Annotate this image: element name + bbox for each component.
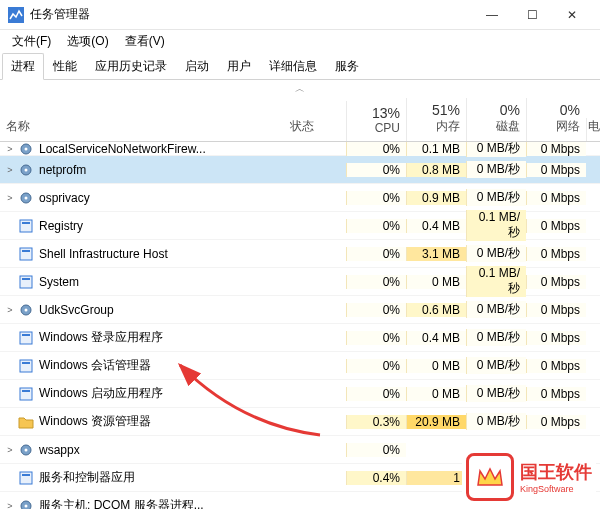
column-extra[interactable]: 电: [586, 118, 600, 141]
expand-icon[interactable]: >: [4, 144, 16, 154]
expand-icon[interactable]: >: [4, 445, 16, 455]
svg-point-14: [25, 308, 28, 311]
column-name[interactable]: 名称: [0, 118, 286, 141]
tab-processes[interactable]: 进程: [2, 53, 44, 80]
tab-services[interactable]: 服务: [326, 53, 368, 79]
table-row[interactable]: System0%0 MB0.1 MB/秒0 Mbps: [0, 268, 600, 296]
tab-details[interactable]: 详细信息: [260, 53, 326, 79]
tab-bar: 进程 性能 应用历史记录 启动 用户 详细信息 服务: [0, 54, 600, 80]
network-value: 0 Mbps: [526, 275, 586, 289]
cpu-value: 0%: [346, 247, 406, 261]
svg-point-2: [25, 147, 28, 150]
watermark: 国王软件 KingSoftware: [462, 451, 596, 503]
memory-value: 0.9 MB: [406, 191, 466, 205]
svg-rect-19: [20, 388, 32, 400]
expand-icon[interactable]: >: [4, 193, 16, 203]
tab-users[interactable]: 用户: [218, 53, 260, 79]
network-value: 0 Mbps: [526, 142, 586, 156]
disk-value: 0 MB/秒: [466, 357, 526, 374]
table-row[interactable]: Windows 会话管理器0%0 MB0 MB/秒0 Mbps: [0, 352, 600, 380]
svg-rect-10: [22, 250, 30, 252]
memory-value: 0.1 MB: [406, 142, 466, 156]
table-row[interactable]: >UdkSvcGroup0%0.6 MB0 MB/秒0 Mbps: [0, 296, 600, 324]
expand-icon[interactable]: >: [4, 305, 16, 315]
column-disk[interactable]: 0% 磁盘: [466, 98, 526, 141]
table-row[interactable]: Windows 登录应用程序0%0.4 MB0 MB/秒0 Mbps: [0, 324, 600, 352]
svg-rect-8: [22, 222, 30, 224]
crown-icon: [476, 467, 504, 487]
cpu-usage-pct: 13%: [351, 105, 400, 121]
process-name: Windows 资源管理器: [39, 413, 151, 430]
memory-value: 0.8 MB: [406, 163, 466, 177]
svg-rect-15: [20, 332, 32, 344]
disk-usage-pct: 0%: [471, 102, 520, 118]
table-row[interactable]: >netprofm0%0.8 MB0 MB/秒0 Mbps: [0, 156, 600, 184]
cpu-value: 0%: [346, 163, 406, 177]
table-row[interactable]: Registry0%0.4 MB0.1 MB/秒0 Mbps: [0, 212, 600, 240]
table-row[interactable]: Windows 资源管理器0.3%20.9 MB0 MB/秒0 Mbps: [0, 408, 600, 436]
memory-value: 0 MB: [406, 387, 466, 401]
network-value: 0 Mbps: [526, 359, 586, 373]
process-icon: [18, 246, 34, 262]
expand-icon[interactable]: >: [4, 501, 16, 510]
table-row[interactable]: Windows 启动应用程序0%0 MB0 MB/秒0 Mbps: [0, 380, 600, 408]
cpu-value: 0%: [346, 331, 406, 345]
svg-rect-7: [20, 220, 32, 232]
column-memory[interactable]: 51% 内存: [406, 98, 466, 141]
cpu-label: CPU: [351, 121, 400, 135]
table-row[interactable]: >osprivacy0%0.9 MB0 MB/秒0 Mbps: [0, 184, 600, 212]
svg-rect-23: [20, 472, 32, 484]
svg-rect-18: [22, 362, 30, 364]
tab-history[interactable]: 应用历史记录: [86, 53, 176, 79]
process-icon: [18, 414, 34, 430]
cpu-value: 0%: [346, 142, 406, 156]
process-icon: [18, 302, 34, 318]
table-row[interactable]: >LocalServiceNoNetworkFirew...0%0.1 MB0 …: [0, 142, 600, 156]
table-row[interactable]: Shell Infrastructure Host0%3.1 MB0 MB/秒0…: [0, 240, 600, 268]
disk-value: 0 MB/秒: [466, 161, 526, 178]
process-icon: [18, 386, 34, 402]
menu-view[interactable]: 查看(V): [121, 31, 169, 52]
network-value: 0 Mbps: [526, 331, 586, 345]
memory-value: 0.4 MB: [406, 331, 466, 345]
disk-value: 0 MB/秒: [466, 413, 526, 430]
cpu-value: 0%: [346, 387, 406, 401]
tab-startup[interactable]: 启动: [176, 53, 218, 79]
process-icon: [18, 358, 34, 374]
cpu-value: 0.3%: [346, 415, 406, 429]
tab-performance[interactable]: 性能: [44, 53, 86, 79]
close-button[interactable]: ✕: [552, 1, 592, 29]
cpu-value: 0.4%: [346, 471, 406, 485]
process-icon: [18, 442, 34, 458]
menu-options[interactable]: 选项(O): [63, 31, 112, 52]
process-name: Shell Infrastructure Host: [39, 247, 168, 261]
disk-value: 0 MB/秒: [466, 329, 526, 346]
watermark-logo: [466, 453, 514, 501]
memory-usage-pct: 51%: [411, 102, 460, 118]
menu-file[interactable]: 文件(F): [8, 31, 55, 52]
process-name: Windows 启动应用程序: [39, 385, 163, 402]
process-icon: [18, 498, 34, 510]
process-name: Windows 会话管理器: [39, 357, 151, 374]
disk-value: 0 MB/秒: [466, 385, 526, 402]
disk-value: 0 MB/秒: [466, 245, 526, 262]
svg-point-6: [25, 196, 28, 199]
expand-icon[interactable]: >: [4, 165, 16, 175]
network-value: 0 Mbps: [526, 191, 586, 205]
column-network[interactable]: 0% 网络: [526, 98, 586, 141]
column-status[interactable]: 状态: [286, 118, 346, 141]
network-value: 0 Mbps: [526, 163, 586, 177]
collapse-hint-icon[interactable]: ︿: [0, 80, 600, 98]
svg-rect-12: [22, 278, 30, 280]
process-name: Windows 登录应用程序: [39, 329, 163, 346]
titlebar: 任务管理器 — ☐ ✕: [0, 0, 600, 30]
process-name: 服务主机: DCOM 服务器进程...: [39, 497, 204, 509]
svg-rect-20: [22, 390, 30, 392]
maximize-button[interactable]: ☐: [512, 1, 552, 29]
process-icon: [18, 330, 34, 346]
menubar: 文件(F) 选项(O) 查看(V): [0, 30, 600, 52]
svg-rect-16: [22, 334, 30, 336]
memory-value: 0.6 MB: [406, 303, 466, 317]
minimize-button[interactable]: —: [472, 1, 512, 29]
column-cpu[interactable]: 13% CPU: [346, 101, 406, 141]
